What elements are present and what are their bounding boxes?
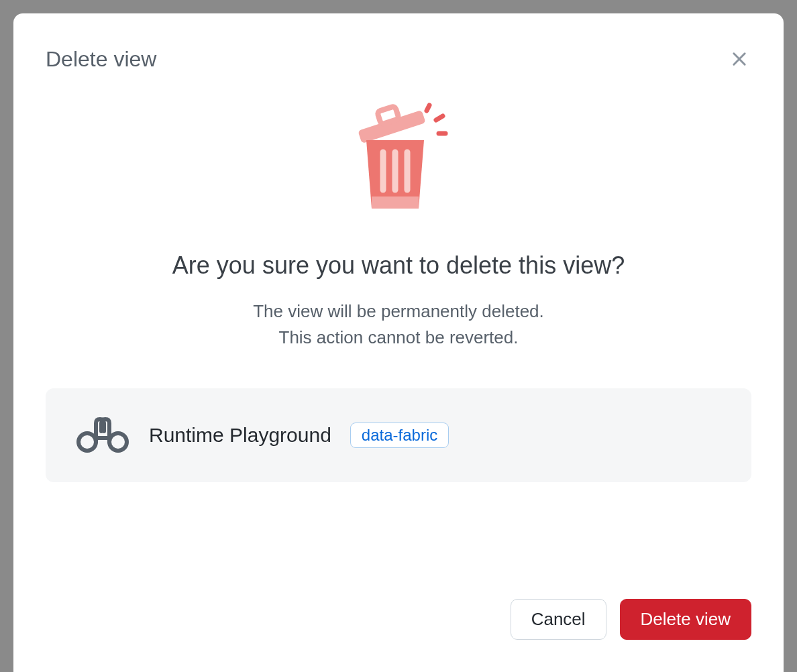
view-tag: data-fabric <box>350 423 449 448</box>
svg-point-10 <box>78 433 96 451</box>
modal-footer: Cancel Delete view <box>46 599 751 640</box>
subtext-line-2: This action cannot be reverted. <box>46 325 751 351</box>
subtext-line-1: The view will be permanently deleted. <box>46 298 751 325</box>
trash-illustration <box>46 99 751 219</box>
close-button[interactable] <box>727 47 751 71</box>
delete-button[interactable]: Delete view <box>620 599 751 640</box>
svg-line-2 <box>427 105 429 111</box>
close-icon <box>730 50 749 68</box>
view-card: Runtime Playground data-fabric <box>46 388 751 482</box>
cancel-button[interactable]: Cancel <box>511 599 606 640</box>
view-name: Runtime Playground <box>149 424 331 447</box>
svg-line-3 <box>436 116 443 120</box>
trash-icon <box>338 99 459 219</box>
modal-title: Delete view <box>46 47 156 72</box>
modal-header: Delete view <box>46 47 751 72</box>
confirm-subtext: The view will be permanently deleted. Th… <box>46 298 751 351</box>
svg-rect-6 <box>377 106 399 125</box>
confirm-heading: Are you sure you want to delete this vie… <box>46 251 751 280</box>
binoculars-icon <box>75 415 130 455</box>
delete-view-modal: Delete view <box>13 13 784 672</box>
svg-point-11 <box>109 433 127 451</box>
svg-rect-5 <box>358 110 425 144</box>
